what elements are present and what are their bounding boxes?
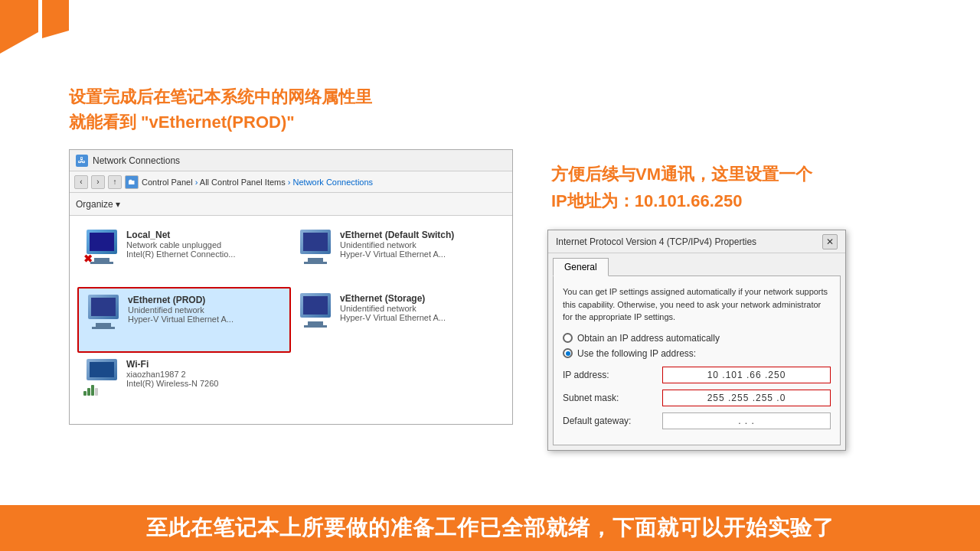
local-net-adapter: Intel(R) Ethernet Connectio... <box>126 249 285 259</box>
right-title: 方便后续与VM通讯，这里设置一个 IP地址为：10.101.66.250 <box>551 161 812 214</box>
monitor3-foot <box>92 327 115 329</box>
monitor4-screen <box>303 296 328 315</box>
disconnected-icon: ✖ <box>83 253 93 265</box>
local-net-name: Local_Net <box>126 230 285 240</box>
main-content: 设置完成后在笔记本系统中的网络属性里 就能看到 "vEthernet(PROD)… <box>0 61 980 528</box>
wifi-adapter: Intel(R) Wireless-N 7260 <box>126 379 285 388</box>
radio-manual-row: Use the following IP address: <box>563 348 831 359</box>
default-gateway-row: Default gateway: . . . <box>563 412 831 429</box>
subnet-mask-label: Subnet mask: <box>563 393 662 403</box>
default-switch-status: Unidentified network <box>340 240 498 249</box>
prod-info: vEthernet (PROD) Unidentified network Hy… <box>128 295 283 324</box>
tcp-dialog-title: Internet Protocol Version 4 (TCP/IPv4) P… <box>556 236 756 247</box>
wifi-status: xiaozhan1987 2 <box>126 370 285 379</box>
radio-manual[interactable] <box>563 348 573 358</box>
default-switch-name: vEthernet (Default Switch) <box>340 230 498 240</box>
prod-adapter: Hyper-V Virtual Ethernet A... <box>128 315 283 324</box>
organize-dropdown-icon: ▾ <box>116 199 120 210</box>
breadcrumb: Control Panel › All Control Panel Items … <box>142 178 373 187</box>
ip-address-label: IP address: <box>563 370 662 380</box>
local-net-status: Network cable unplugged <box>126 240 285 249</box>
monitor-icon-foot <box>90 262 113 264</box>
ip-address-input[interactable]: 10 .101 .66 .250 <box>662 367 831 383</box>
right-title-line1: 方便后续与VM通讯，这里设置一个 <box>551 161 812 187</box>
storage-name: vEthernet (Storage) <box>340 293 498 304</box>
logo <box>0 0 77 54</box>
logo-right-piece <box>42 0 69 38</box>
nav-back-button[interactable]: ‹ <box>74 175 88 189</box>
local-net-icon: ✖ <box>83 230 120 266</box>
net-item-default-switch[interactable]: vEthernet (Default Switch) Unidentified … <box>291 223 505 287</box>
bar1 <box>83 391 87 396</box>
radio-auto[interactable] <box>563 333 573 343</box>
radio-auto-label: Obtain an IP address automatically <box>577 333 720 344</box>
logo-left-piece <box>0 0 38 54</box>
prod-icon <box>85 295 122 331</box>
monitor2-screen <box>303 233 328 251</box>
tab-general[interactable]: General <box>553 258 609 276</box>
bar2 <box>87 388 90 396</box>
net-item-prod[interactable]: vEthernet (PROD) Unidentified network Hy… <box>77 287 291 354</box>
nav-up-button[interactable]: ↑ <box>108 175 122 189</box>
wifi-monitor-screen <box>90 362 114 377</box>
storage-status: Unidentified network <box>340 304 498 313</box>
monitor4-foot <box>304 325 327 328</box>
default-switch-icon <box>297 230 334 266</box>
wifi-name: Wi-Fi <box>126 359 285 370</box>
nav-forward-button[interactable]: › <box>91 175 105 189</box>
tcp-description: You can get IP settings assigned automat… <box>563 285 831 324</box>
radio-auto-row: Obtain an IP address automatically <box>563 333 831 344</box>
right-title-line2: IP地址为：10.101.66.250 <box>551 187 812 214</box>
organize-label: Organize <box>76 199 113 210</box>
nc-titlebar: 🖧 Network Connections <box>70 150 512 171</box>
subnet-mask-input[interactable]: 255 .255 .255 .0 <box>662 390 831 406</box>
nc-titlebar-icon: 🖧 <box>76 155 88 167</box>
tcp-tabs: General <box>548 253 845 276</box>
local-net-info: Local_Net Network cable unplugged Intel(… <box>126 230 285 259</box>
bottom-text: 至此在笔记本上所要做的准备工作已全部就绪，下面就可以开始实验了 <box>146 514 835 543</box>
net-item-storage[interactable]: vEthernet (Storage) Unidentified network… <box>291 287 505 354</box>
monitor-icon-screen <box>90 233 114 251</box>
net-item-local-net[interactable]: ✖ Local_Net Network cable unplugged Inte… <box>77 223 291 287</box>
wifi-info: Wi-Fi xiaozhan1987 2 Intel(R) Wireless-N… <box>126 359 285 388</box>
tcp-dialog: Internet Protocol Version 4 (TCP/IPv4) P… <box>547 230 846 451</box>
storage-adapter: Hyper-V Virtual Ethernet A... <box>340 313 498 322</box>
top-bar <box>0 0 980 54</box>
subnet-mask-row: Subnet mask: 255 .255 .255 .0 <box>563 390 831 406</box>
left-title-line1: 设置完成后在笔记本系统中的网络属性里 <box>69 84 372 109</box>
nav-folder-icon: 🖿 <box>125 175 139 189</box>
bar3 <box>91 385 94 396</box>
bar4 <box>95 388 98 396</box>
monitor3-screen <box>91 298 116 316</box>
default-gateway-input[interactable]: . . . <box>662 412 831 429</box>
nc-addressbar: ‹ › ↑ 🖿 Control Panel › All Control Pane… <box>70 171 512 193</box>
ip-fields: IP address: 10 .101 .66 .250 Subnet mask… <box>563 367 831 429</box>
radio-manual-label: Use the following IP address: <box>577 348 696 359</box>
default-switch-adapter: Hyper-V Virtual Ethernet A... <box>340 249 498 259</box>
net-item-wifi[interactable]: Wi-Fi xiaozhan1987 2 Intel(R) Wireless-N… <box>77 353 291 416</box>
left-title-line2: 就能看到 "vEthernet(PROD)" <box>69 109 372 135</box>
nc-body: ✖ Local_Net Network cable unplugged Inte… <box>70 216 512 424</box>
default-gateway-label: Default gateway: <box>563 416 662 426</box>
radio-group: Obtain an IP address automatically Use t… <box>563 333 831 359</box>
bottom-bar: 至此在笔记本上所要做的准备工作已全部就绪，下面就可以开始实验了 <box>0 505 980 551</box>
wifi-icon <box>83 359 120 396</box>
nc-toolbar: Organize ▾ <box>70 193 512 216</box>
tcp-close-button[interactable]: ✕ <box>822 234 838 249</box>
tcp-titlebar: Internet Protocol Version 4 (TCP/IPv4) P… <box>548 230 845 253</box>
ip-address-row: IP address: 10 .101 .66 .250 <box>563 367 831 383</box>
default-switch-info: vEthernet (Default Switch) Unidentified … <box>340 230 498 259</box>
monitor2-foot <box>304 262 327 264</box>
organize-button[interactable]: Organize ▾ <box>76 199 120 210</box>
wifi-signal-bars <box>83 385 98 396</box>
nc-window-title: Network Connections <box>93 155 180 166</box>
network-connections-window: 🖧 Network Connections ‹ › ↑ 🖿 Control Pa… <box>69 149 513 425</box>
tcp-body: You can get IP settings assigned automat… <box>553 276 841 445</box>
storage-info: vEthernet (Storage) Unidentified network… <box>340 293 498 322</box>
prod-name: vEthernet (PROD) <box>128 295 283 305</box>
left-title: 设置完成后在笔记本系统中的网络属性里 就能看到 "vEthernet(PROD)… <box>69 84 372 135</box>
prod-status: Unidentified network <box>128 305 283 315</box>
storage-icon <box>297 293 334 330</box>
